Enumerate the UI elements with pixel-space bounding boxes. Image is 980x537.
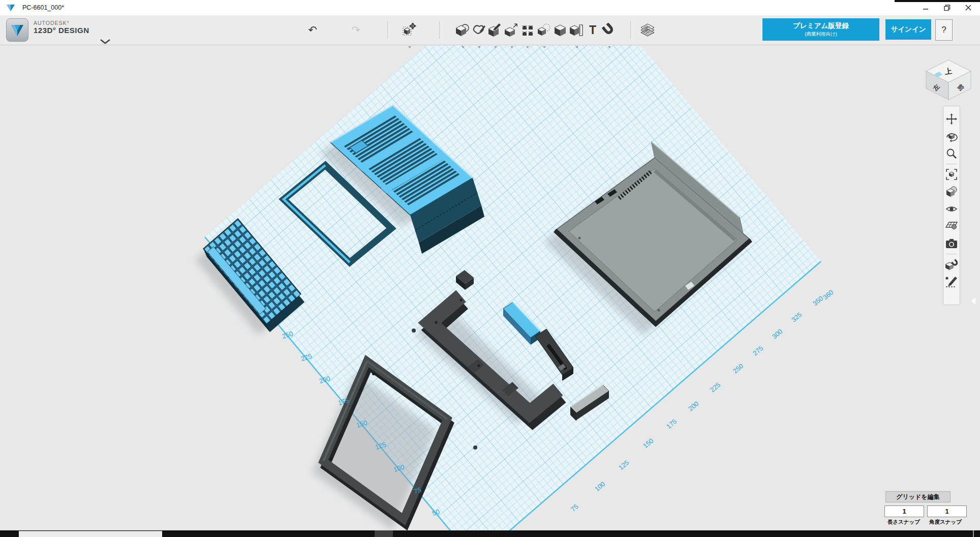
snap-magnet-tool[interactable]	[601, 22, 617, 38]
brand-123d-design: 123D° DESIGN	[34, 26, 89, 35]
app-icon	[6, 4, 15, 12]
dropdown-caret	[494, 46, 497, 48]
taskbar-window-segment[interactable]	[19, 531, 162, 537]
dropdown-caret	[575, 46, 578, 48]
modify-solid-tool[interactable]	[487, 22, 503, 38]
material-tool[interactable]	[945, 183, 958, 200]
text-tool[interactable]: T	[585, 22, 601, 38]
minimize-button[interactable]	[915, 0, 936, 15]
redo-button[interactable]: ↷	[348, 22, 364, 38]
dropdown-caret	[526, 46, 529, 48]
dropdown-caret	[608, 46, 611, 48]
undo-button[interactable]: ↶	[304, 22, 321, 38]
dropdown-caret	[408, 46, 411, 48]
help-label: ?	[941, 25, 946, 35]
zoom-fit-tool[interactable]	[945, 166, 958, 183]
toolbar-separator	[630, 21, 631, 39]
extrude-tool[interactable]	[503, 22, 519, 38]
brand-autodesk: AUTODESK°	[34, 20, 89, 26]
view-toolbar	[943, 106, 960, 305]
pan-tool[interactable]	[945, 110, 958, 128]
angle-snap-label: 角度スナップ	[926, 519, 965, 526]
angle-snap-input[interactable]	[927, 505, 967, 517]
close-button[interactable]	[958, 0, 979, 15]
dropdown-caret	[462, 46, 465, 48]
panel-collapse-arrow-icon[interactable]	[971, 297, 975, 305]
main-toolbar: AUTODESK° 123D° DESIGN ↶ ↷	[0, 15, 980, 45]
zoom-tool[interactable]	[945, 145, 958, 162]
premium-sublabel: (商業利用向け)	[805, 31, 837, 38]
toolbar-separator	[387, 21, 388, 39]
hide-show-tool[interactable]	[945, 200, 958, 218]
primitives-tool[interactable]	[454, 22, 471, 38]
chevron-down-icon[interactable]	[100, 39, 111, 45]
sketch-tool[interactable]	[471, 22, 487, 38]
transform-move-tool[interactable]	[401, 22, 417, 38]
length-snap-input[interactable]	[884, 505, 924, 517]
screenshot-tool[interactable]	[945, 235, 958, 252]
os-taskbar[interactable]	[0, 530, 980, 537]
title-bar: PC-6601_000*	[0, 0, 980, 16]
view-toolbar-separator	[946, 164, 957, 164]
window-title: PC-6601_000*	[22, 4, 64, 11]
app-menu-button[interactable]	[6, 18, 28, 42]
taskbar-button-segment[interactable]	[375, 530, 393, 537]
orbit-tool[interactable]	[945, 128, 958, 145]
grid-settings-panel: グリッドを編集 長さスナップ 角度スナップ	[884, 491, 965, 526]
measure-tool[interactable]	[568, 22, 585, 38]
toolbar-separator	[439, 21, 440, 39]
combine-tool[interactable]	[536, 22, 552, 38]
brand-block: AUTODESK° 123D° DESIGN	[34, 20, 89, 35]
taskbar-divider	[973, 530, 974, 537]
pattern-tool[interactable]	[519, 22, 536, 38]
length-snap-label: 長さスナップ	[884, 519, 923, 526]
top-edge-strip	[895, 0, 980, 2]
dropdown-caret	[478, 46, 481, 48]
help-button[interactable]: ?	[935, 19, 953, 41]
annotate-tool[interactable]	[945, 273, 958, 290]
grid-visibility-tool[interactable]	[945, 218, 958, 235]
premium-signup-button[interactable]: プレミアム版登録 (商業利用向け)	[762, 18, 879, 41]
sign-in-label: サインイン	[891, 25, 926, 34]
snap-tool[interactable]	[945, 256, 958, 273]
view-cube-top-label[interactable]: 上	[944, 67, 953, 76]
solid-cube-tool[interactable]	[552, 22, 568, 38]
premium-label: プレミアム版登録	[793, 21, 849, 31]
sign-in-button[interactable]: サインイン	[885, 19, 931, 40]
dropdown-caret	[510, 46, 513, 48]
dropdown-caret	[543, 46, 546, 48]
restore-button[interactable]	[936, 0, 958, 15]
layers-tool[interactable]	[639, 22, 656, 38]
view-toolbar-separator	[946, 254, 957, 254]
grid-edit-button[interactable]: グリッドを編集	[885, 491, 951, 502]
model-canvas[interactable]: 上 左 前 2502252001751501251007550751001251…	[0, 0, 980, 537]
